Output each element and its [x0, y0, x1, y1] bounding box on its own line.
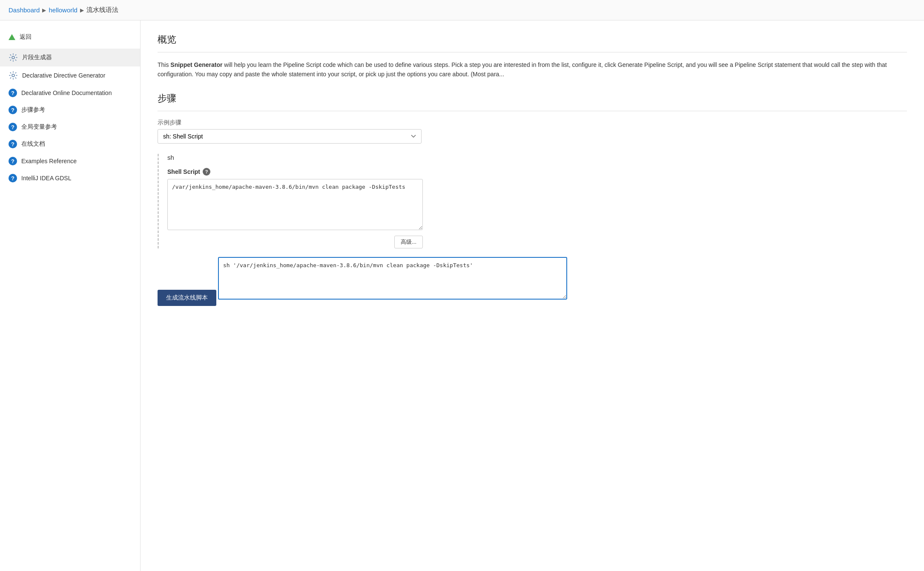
sh-label: sh — [167, 154, 907, 161]
sidebar-item-declarative-online-doc[interactable]: ? Declarative Online Documentation — [0, 84, 140, 101]
sidebar-label-steps: 步骤参考 — [21, 106, 45, 114]
sidebar-item-snippet-generator[interactable]: 片段生成器 — [0, 49, 140, 66]
sidebar-item-examples-reference[interactable]: ? Examples Reference — [0, 153, 140, 170]
shell-script-textarea[interactable]: /var/jenkins_home/apache-maven-3.8.6/bin… — [167, 179, 423, 230]
sidebar: 返回 片段生成器 Declarative Directive Generator — [0, 20, 141, 571]
generate-button[interactable]: 生成流水线脚本 — [158, 290, 216, 306]
arrow-up-icon — [9, 34, 15, 40]
output-textarea[interactable]: sh '/var/jenkins_home/apache-maven-3.8.6… — [218, 257, 567, 300]
steps-label: 示例步骤 — [158, 119, 907, 127]
sh-block: sh Shell Script ? /var/jenkins_home/apac… — [158, 154, 907, 248]
sidebar-label-examples: Examples Reference — [21, 158, 77, 164]
sidebar-label-declarative: Declarative Directive Generator — [22, 72, 105, 79]
sidebar-item-global-vars[interactable]: ? 全局变量参考 — [0, 118, 140, 136]
question-icon-1: ? — [9, 89, 17, 97]
breadcrumb-dashboard[interactable]: Dashboard — [9, 6, 40, 14]
advanced-row: 高级... — [167, 236, 423, 248]
overview-divider — [158, 52, 907, 52]
steps-section: 步骤 示例步骤 sh: Shell Script bat: Windows Ba… — [158, 92, 907, 144]
breadcrumb: Dashboard ▶ helloworld ▶ 流水线语法 — [0, 0, 924, 20]
sidebar-label-intellij: IntelliJ IDEA GDSL — [21, 175, 72, 182]
sidebar-item-declarative-directive[interactable]: Declarative Directive Generator — [0, 66, 140, 84]
breadcrumb-current: 流水线语法 — [86, 6, 118, 14]
description-bold: Snippet Generator — [170, 61, 222, 68]
steps-title: 步骤 — [158, 92, 907, 105]
question-icon-3: ? — [9, 123, 17, 131]
sidebar-back[interactable]: 返回 — [0, 29, 140, 45]
step-select[interactable]: sh: Shell Script bat: Windows Batch Scri… — [158, 129, 422, 144]
gear-icon-2 — [9, 71, 18, 80]
breadcrumb-sep-2: ▶ — [80, 7, 84, 13]
gear-icon — [9, 53, 18, 62]
question-icon-5: ? — [9, 157, 17, 165]
breadcrumb-helloworld[interactable]: helloworld — [49, 6, 77, 14]
question-icon-2: ? — [9, 106, 17, 114]
steps-divider — [158, 111, 907, 111]
sidebar-item-intellij-gdsl[interactable]: ? IntelliJ IDEA GDSL — [0, 170, 140, 187]
sidebar-item-steps-reference[interactable]: ? 步骤参考 — [0, 101, 140, 118]
svg-point-0 — [12, 56, 14, 59]
main-content: 概览 This Snippet Generator will help you … — [141, 20, 924, 571]
shell-script-help-icon[interactable]: ? — [203, 168, 210, 176]
breadcrumb-sep-1: ▶ — [42, 7, 46, 13]
advanced-button[interactable]: 高级... — [394, 236, 423, 248]
sidebar-item-online-docs[interactable]: ? 在线文档 — [0, 136, 140, 153]
question-icon-4: ? — [9, 140, 17, 148]
shell-script-field-label: Shell Script ? — [167, 168, 907, 176]
overview-title: 概览 — [158, 33, 907, 46]
back-label: 返回 — [20, 33, 32, 41]
svg-point-1 — [12, 74, 14, 77]
sidebar-label-online-docs: 在线文档 — [21, 140, 45, 148]
question-icon-6: ? — [9, 174, 17, 182]
sidebar-label-snippet: 片段生成器 — [22, 54, 52, 61]
sidebar-label-global-vars: 全局变量参考 — [21, 123, 57, 131]
sidebar-label-online-doc: Declarative Online Documentation — [21, 89, 112, 96]
description-text: This Snippet Generator will help you lea… — [158, 60, 907, 79]
main-layout: 返回 片段生成器 Declarative Directive Generator — [0, 20, 924, 571]
shell-script-text: Shell Script — [167, 168, 200, 175]
